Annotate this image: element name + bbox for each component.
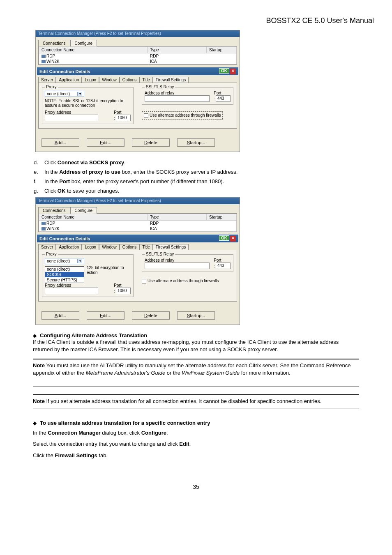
window-titlebar: Terminal Connection Manager (Press F2 to… (36, 198, 240, 204)
tab-title[interactable]: Title (139, 77, 153, 83)
startup-button[interactable]: Startup... (177, 138, 215, 147)
proxy-port-label: Port (114, 283, 131, 288)
list-row[interactable]: RDP RDP (39, 221, 236, 226)
proxy-dropdown[interactable]: none (direct) SOCKS Secure (HTTPS) (45, 266, 84, 283)
terminal-icon (42, 222, 46, 225)
proxy-group: Proxy none (direct)▾ NOTE: Enable SSL or… (42, 87, 134, 124)
add-button[interactable]: Add... (42, 311, 79, 320)
proxy-address-label: Proxy address (45, 283, 111, 288)
proxy-port-input[interactable]: 1080 (116, 288, 131, 294)
col-type: Type (148, 214, 207, 220)
proxy-combo[interactable]: none (direct)▾ (45, 258, 84, 264)
step-d: d.Click Connect via SOCKS proxy. (34, 159, 374, 166)
delete-button[interactable]: Delete (132, 311, 170, 320)
proxy-port-input[interactable]: 1080 (116, 115, 131, 121)
list-row[interactable]: WIN2K ICA (39, 226, 236, 231)
step-p3: Click the Firewall Settings tab. (33, 452, 359, 459)
list-row[interactable]: WIN2K ICA (39, 59, 236, 64)
checkbox[interactable] (144, 113, 148, 118)
note-2: Note If you set alternate address transl… (33, 398, 359, 405)
tab-application[interactable]: Application (56, 244, 82, 250)
terminal-icon (42, 60, 46, 63)
proxy-address-input[interactable] (45, 115, 98, 121)
tab-logon[interactable]: Logon (82, 77, 99, 83)
step-g: g.Click OK to save your changes. (34, 188, 374, 194)
section-heading: Configuring Alternate Address Translatio… (18, 332, 374, 339)
tab-firewall[interactable]: Firewall Settings (153, 77, 189, 83)
dropdown-option[interactable]: none (direct) (45, 267, 84, 272)
list-body: RDP RDP WIN2K ICA (39, 53, 237, 64)
dropdown-option[interactable]: SOCKS (45, 272, 84, 277)
relay-port-input[interactable]: 443 (216, 263, 231, 269)
relay-address-label: Address of relay (145, 91, 210, 95)
proxy-port-label: Port (114, 110, 131, 115)
list-row[interactable]: RDP RDP (39, 53, 236, 59)
edit-button[interactable]: Edit... (87, 311, 125, 320)
outer-tabstrip: Connections Configure (38, 207, 237, 213)
col-type: Type (148, 47, 207, 53)
firewall-panel: Proxy none (direct)▾ NOTE: Enable SSL or… (38, 83, 237, 129)
startup-button[interactable]: Startup... (177, 311, 215, 320)
chevron-down-icon: ▾ (77, 259, 82, 263)
button-row: Add... Edit... Delete Startup... (36, 306, 240, 325)
clipped-note-2: ection (87, 270, 98, 275)
tab-server[interactable]: Server (38, 77, 56, 83)
divider (33, 359, 359, 359)
delete-button[interactable]: Delete (132, 138, 170, 147)
row-type: ICA (148, 59, 207, 64)
relay-port-label: Port (214, 91, 231, 95)
close-icon[interactable]: × (230, 236, 236, 242)
step-f: f.In the Port box, enter the proxy serve… (34, 178, 374, 184)
proxy-address-input[interactable] (45, 288, 98, 294)
close-icon[interactable]: × (230, 69, 236, 74)
tab-firewall[interactable]: Firewall Settings (153, 244, 189, 250)
proxy-combo[interactable]: none (direct)▾ (45, 91, 84, 97)
ok-button[interactable]: OK (219, 235, 229, 241)
edit-details-titlebar: Edit Connection Details OK× (37, 235, 238, 242)
tab-connections[interactable]: Connections (38, 40, 70, 46)
terminal-icon (42, 227, 46, 230)
relay-port-label: Port (214, 258, 231, 263)
tab-server[interactable]: Server (38, 244, 56, 250)
col-name: Connection Name (39, 214, 148, 220)
col-startup: Startup (207, 214, 236, 220)
list-header: Connection Name Type Startup (39, 46, 237, 53)
tab-options[interactable]: Options (120, 77, 139, 83)
add-button[interactable]: Add... (42, 138, 79, 147)
relay-address-input[interactable] (145, 263, 210, 269)
chevron-down-icon: ▾ (77, 92, 82, 96)
proxy-legend: Proxy (45, 252, 58, 256)
tab-window[interactable]: Window (99, 77, 120, 83)
terminal-icon (42, 55, 46, 58)
clipped-note-1: 128-bit encryption to (87, 265, 124, 270)
proxy-legend: Proxy (45, 85, 58, 89)
edit-button[interactable]: Edit... (87, 138, 125, 147)
tab-window[interactable]: Window (99, 244, 120, 250)
row-type: RDP (148, 53, 207, 59)
inner-tabstrip: Server Application Logon Window Options … (38, 77, 237, 83)
tab-configure[interactable]: Configure (70, 207, 97, 214)
tab-configure[interactable]: Configure (70, 40, 97, 46)
step-p2: Select the connection entry that you wan… (33, 440, 359, 448)
proxy-group: Proxy none (direct)▾ none (direct) SOCKS… (42, 254, 134, 297)
alt-address-label: Use alternate address through firewalls (148, 279, 219, 283)
checkbox[interactable] (142, 279, 146, 283)
step-p1: In the Connection Manager dialog box, cl… (33, 429, 359, 437)
firewall-panel: Proxy none (direct)▾ none (direct) SOCKS… (38, 250, 237, 302)
tab-connections[interactable]: Connections (38, 207, 70, 214)
col-name: Connection Name (39, 47, 148, 53)
tab-title[interactable]: Title (139, 244, 153, 250)
tab-application[interactable]: Application (56, 77, 82, 83)
row-name: RDP (39, 53, 148, 59)
ok-button[interactable]: OK (219, 68, 229, 74)
relay-port-input[interactable]: 443 (216, 95, 231, 102)
relay-legend: SSL/TLS Relay (145, 85, 175, 89)
relay-address-label: Address of relay (145, 258, 210, 263)
relay-group: SSL/TLS Relay Address of relay Port :443 (142, 254, 233, 272)
instruction-steps: d.Click Connect via SOCKS proxy. e.In th… (34, 159, 374, 194)
relay-address-input[interactable] (145, 95, 210, 102)
relay-group: SSL/TLS Relay Address of relay Port :443 (142, 87, 233, 105)
tab-logon[interactable]: Logon (82, 244, 99, 250)
dropdown-option[interactable]: Secure (HTTPS) (45, 277, 84, 283)
tab-options[interactable]: Options (120, 244, 139, 250)
